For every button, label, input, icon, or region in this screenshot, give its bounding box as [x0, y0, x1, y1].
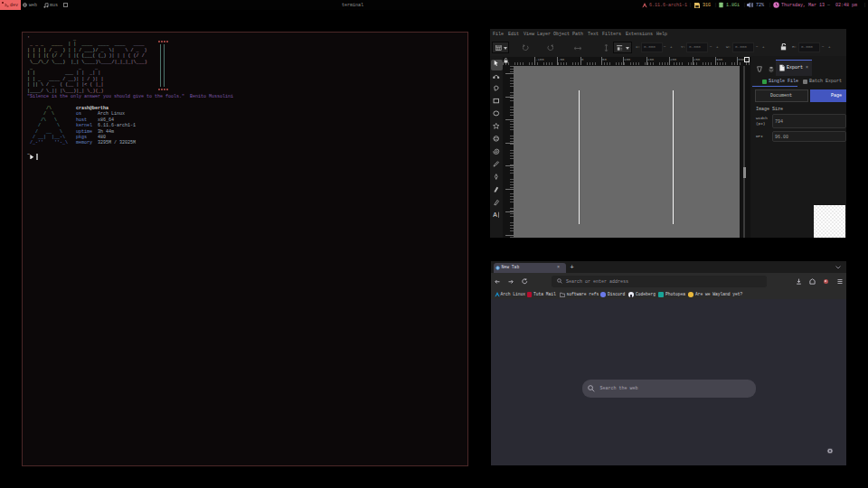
svg-text:A: A — [493, 211, 497, 218]
